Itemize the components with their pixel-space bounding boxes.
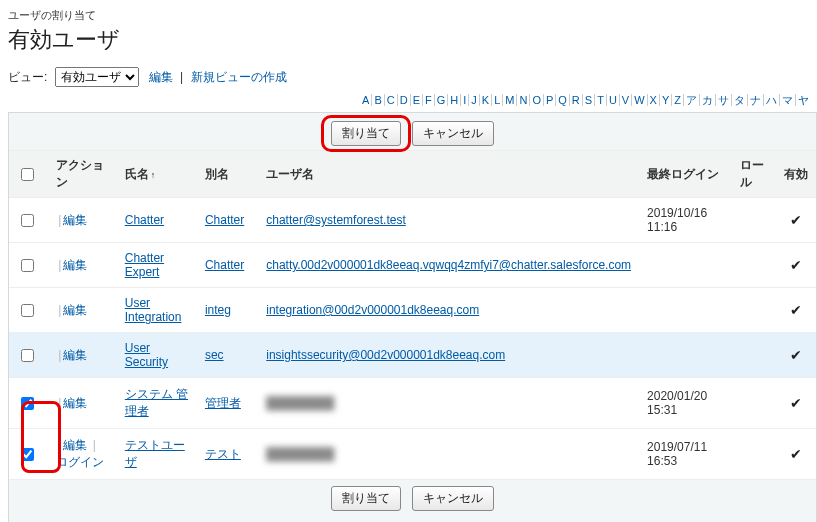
cancel-button-top[interactable]: キャンセル (412, 121, 494, 146)
last-login-cell (639, 243, 732, 288)
edit-link[interactable]: 編集 (63, 213, 87, 227)
name-link[interactable]: Chatter Expert (125, 251, 164, 279)
alpha-filter-P[interactable]: P (544, 94, 556, 106)
name-link[interactable]: テストユーザ (125, 438, 185, 469)
alpha-filter-D[interactable]: D (398, 94, 411, 106)
role-cell (732, 243, 776, 288)
alpha-filter-O[interactable]: O (530, 94, 544, 106)
table-row: |編集User Securitysecinsightssecurity@00d2… (9, 333, 816, 378)
name-link[interactable]: システム 管理者 (125, 387, 188, 418)
username-link[interactable]: chatter@systemforest.test (266, 213, 406, 227)
new-view-link[interactable]: 新規ビューの作成 (191, 70, 287, 84)
alpha-filter-E[interactable]: E (411, 94, 423, 106)
role-cell (732, 333, 776, 378)
edit-link[interactable]: 編集 (63, 258, 87, 272)
alpha-filter-W[interactable]: W (632, 94, 647, 106)
alpha-filter-C[interactable]: C (385, 94, 398, 106)
alpha-filter-S[interactable]: S (583, 94, 595, 106)
alpha-filter-Z[interactable]: Z (672, 94, 684, 106)
table-row: |編集Chatter ExpertChatterchatty.00d2v0000… (9, 243, 816, 288)
alias-link[interactable]: 管理者 (205, 396, 241, 410)
alpha-filter-X[interactable]: X (648, 94, 660, 106)
alpha-filter-R[interactable]: R (570, 94, 583, 106)
login-link[interactable]: ログイン (56, 455, 104, 469)
username-link[interactable]: chatty.00d2v000001dk8eeaq.vqwqq4zmfyi7@c… (266, 258, 631, 272)
alpha-filter-H[interactable]: H (448, 94, 461, 106)
alpha-filter-G[interactable]: G (435, 94, 449, 106)
sort-up-icon: ↑ (149, 170, 156, 180)
role-cell (732, 378, 776, 429)
active-cell: ✔ (776, 243, 816, 288)
row-checkbox[interactable] (21, 448, 34, 461)
alpha-filter-マ[interactable]: マ (780, 94, 796, 106)
button-row-bottom: 割り当て キャンセル (9, 480, 816, 515)
alias-link[interactable]: integ (205, 303, 231, 317)
active-cell: ✔ (776, 333, 816, 378)
alpha-filter-L[interactable]: L (492, 94, 503, 106)
edit-link[interactable]: 編集 (63, 303, 87, 317)
view-row: ビュー: 有効ユーザ 編集 | 新規ビューの作成 (8, 67, 817, 87)
alpha-filter-N[interactable]: N (517, 94, 530, 106)
alpha-filter-T[interactable]: T (595, 94, 607, 106)
alpha-filter-V[interactable]: V (620, 94, 632, 106)
username-link[interactable]: integration@00d2v000001dk8eeaq.com (266, 303, 479, 317)
alpha-filter-ア[interactable]: ア (684, 94, 700, 106)
col-alias[interactable]: 別名 (197, 151, 258, 198)
check-icon: ✔ (784, 446, 808, 462)
role-cell (732, 288, 776, 333)
table-row: |編集User Integrationintegintegration@00d2… (9, 288, 816, 333)
name-link[interactable]: User Integration (125, 296, 182, 324)
assign-button-bottom[interactable]: 割り当て (331, 486, 401, 511)
last-login-cell: 2020/01/20 15:31 (639, 378, 732, 429)
alpha-filter-ヤ[interactable]: ヤ (796, 94, 811, 106)
username-link[interactable]: insightssecurity@00d2v000001dk8eeaq.com (266, 348, 505, 362)
select-all-checkbox[interactable] (21, 168, 34, 181)
alpha-filter-A[interactable]: A (360, 94, 372, 106)
col-active[interactable]: 有効 (776, 151, 816, 198)
edit-view-link[interactable]: 編集 (149, 70, 173, 84)
alpha-filter-K[interactable]: K (480, 94, 492, 106)
alpha-filter-Y[interactable]: Y (660, 94, 672, 106)
username-link[interactable]: ████████ (266, 396, 334, 410)
row-checkbox[interactable] (21, 304, 34, 317)
alpha-filter-B[interactable]: B (372, 94, 384, 106)
alpha-filter-bar: ABCDEFGHIJKLMNOPQRSTUVWXYZアカサタナハマヤ (8, 93, 817, 108)
edit-link[interactable]: 編集 (63, 348, 87, 362)
name-link[interactable]: User Security (125, 341, 168, 369)
user-table: アクション 氏名↑ 別名 ユーザ名 最終ログイン ロール 有効 |編集Chatt… (9, 150, 816, 480)
edit-link[interactable]: 編集 (63, 396, 87, 410)
col-username[interactable]: ユーザ名 (258, 151, 639, 198)
edit-link[interactable]: 編集 (63, 438, 87, 452)
col-lastlogin[interactable]: 最終ログイン (639, 151, 732, 198)
alias-link[interactable]: テスト (205, 447, 241, 461)
col-name[interactable]: 氏名↑ (117, 151, 197, 198)
col-role[interactable]: ロール (732, 151, 776, 198)
alpha-filter-J[interactable]: J (469, 94, 480, 106)
check-icon: ✔ (784, 257, 808, 273)
col-action: アクション (48, 151, 116, 198)
alpha-filter-タ[interactable]: タ (732, 94, 748, 106)
alias-link[interactable]: sec (205, 348, 224, 362)
alpha-filter-M[interactable]: M (503, 94, 517, 106)
username-link[interactable]: ████████ (266, 447, 334, 461)
last-login-cell (639, 333, 732, 378)
alpha-filter-サ[interactable]: サ (716, 94, 732, 106)
alpha-filter-U[interactable]: U (607, 94, 620, 106)
cancel-button-bottom[interactable]: キャンセル (412, 486, 494, 511)
alpha-filter-カ[interactable]: カ (700, 94, 716, 106)
alpha-filter-Q[interactable]: Q (556, 94, 570, 106)
row-checkbox[interactable] (21, 349, 34, 362)
row-checkbox[interactable] (21, 259, 34, 272)
alias-link[interactable]: Chatter (205, 213, 244, 227)
breadcrumb: ユーザの割り当て (8, 8, 817, 23)
alpha-filter-ナ[interactable]: ナ (748, 94, 764, 106)
row-checkbox[interactable] (21, 397, 34, 410)
row-checkbox[interactable] (21, 214, 34, 227)
assign-button-top[interactable]: 割り当て (331, 121, 401, 146)
check-icon: ✔ (784, 395, 808, 411)
view-select[interactable]: 有効ユーザ (55, 67, 139, 87)
alpha-filter-F[interactable]: F (423, 94, 435, 106)
alpha-filter-ハ[interactable]: ハ (764, 94, 780, 106)
name-link[interactable]: Chatter (125, 213, 164, 227)
alias-link[interactable]: Chatter (205, 258, 244, 272)
